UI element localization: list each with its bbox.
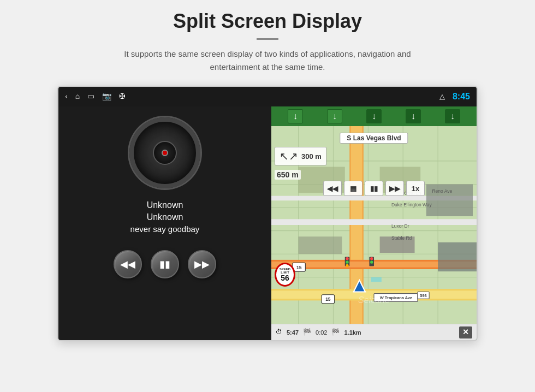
next-icon: ▶▶ bbox=[194, 258, 210, 270]
nav-header: ↓ ↓ ↓ ↓ ↓ bbox=[271, 106, 477, 126]
svg-text:Luxor Dr: Luxor Dr bbox=[391, 223, 409, 229]
svg-point-43 bbox=[346, 264, 348, 267]
turn-distance: 300 m bbox=[301, 152, 322, 161]
nav-eta: 0:02 bbox=[316, 329, 327, 336]
image-icon[interactable]: 📷 bbox=[102, 93, 111, 100]
map-speed-button[interactable]: 1x bbox=[406, 181, 425, 196]
nav-down-arrow-5[interactable]: ↓ bbox=[445, 109, 460, 123]
album-inner bbox=[153, 141, 177, 165]
svg-text:Stable Rd: Stable Rd bbox=[391, 235, 412, 241]
nav-down-arrow-3[interactable]: ↓ bbox=[366, 109, 382, 123]
svg-text:Reno Ave: Reno Ave bbox=[432, 188, 452, 194]
svg-text:593: 593 bbox=[420, 293, 426, 298]
pause-button[interactable]: ▮▮ bbox=[151, 250, 179, 278]
nav-down-arrow-1[interactable]: ↓ bbox=[288, 109, 303, 123]
track-artist: Unknown bbox=[147, 212, 183, 222]
svg-point-42 bbox=[346, 260, 348, 263]
usb-icon[interactable]: ✠ bbox=[119, 93, 126, 100]
music-panel: Unknown Unknown never say goodbay ◀◀ ▮▮ … bbox=[58, 106, 271, 340]
distance-650: 650 m bbox=[275, 170, 301, 180]
split-content: Unknown Unknown never say goodbay ◀◀ ▮▮ … bbox=[58, 106, 477, 340]
svg-text:15: 15 bbox=[296, 265, 302, 270]
track-title: Unknown bbox=[147, 200, 183, 210]
device-frame: ‹ ⌂ ▭ 📷 ✠ △ 8:45 Unknown Unknown never s… bbox=[57, 86, 478, 341]
map-next-button[interactable]: ▶▶ bbox=[385, 181, 404, 196]
nav-bottom-bar: ⏱ 5:47 🏁 0:02 🏁 1.1km ✕ bbox=[271, 324, 477, 340]
svg-point-41 bbox=[346, 257, 348, 260]
clock-icon: ⏱ bbox=[276, 328, 282, 336]
speed-limit-sign: SPEEDLIMIT 56 bbox=[275, 263, 295, 287]
map-grid-button[interactable]: ▦ bbox=[344, 181, 362, 196]
status-bar: ‹ ⌂ ▭ 📷 ✠ △ 8:45 bbox=[58, 87, 477, 106]
svg-rect-47 bbox=[371, 277, 382, 282]
svg-text:15: 15 bbox=[325, 296, 331, 302]
track-song: never say goodbay bbox=[130, 224, 200, 234]
svg-point-46 bbox=[370, 260, 373, 263]
map-prev-button[interactable]: ◀◀ bbox=[323, 181, 342, 196]
album-center-dot bbox=[162, 150, 168, 156]
map-pause-button[interactable]: ▮▮ bbox=[365, 181, 383, 196]
page-title: Split Screen Display bbox=[173, 10, 362, 33]
album-art bbox=[129, 117, 200, 188]
road-label: S Las Vegas Blvd bbox=[340, 133, 408, 144]
svg-text:Duke Ellington Way: Duke Ellington Way bbox=[391, 202, 432, 207]
prev-icon: ◀◀ bbox=[120, 258, 135, 270]
home-icon[interactable]: ⌂ bbox=[75, 93, 80, 100]
flag-icon: 🏁 bbox=[303, 328, 311, 336]
svg-rect-18 bbox=[271, 219, 477, 225]
turn-instruction: ↖↗ 300 m bbox=[275, 147, 326, 165]
map-overlay-controls: ◀◀ ▦ ▮▮ ▶▶ 1x bbox=[323, 181, 425, 196]
back-icon[interactable]: ‹ bbox=[65, 93, 68, 100]
svg-point-45 bbox=[370, 257, 373, 260]
next-button[interactable]: ▶▶ bbox=[188, 250, 216, 278]
window-icon[interactable]: ▭ bbox=[87, 93, 94, 100]
status-time: 8:45 bbox=[453, 92, 470, 102]
music-controls: ◀◀ ▮▮ ▶▶ bbox=[114, 250, 216, 278]
turn-arrow-icon: ↖↗ bbox=[280, 150, 298, 163]
triangle-icon: △ bbox=[439, 92, 445, 101]
page-wrapper: Split Screen Display It supports the sam… bbox=[0, 0, 535, 392]
svg-rect-23 bbox=[299, 236, 342, 254]
prev-button[interactable]: ◀◀ bbox=[114, 250, 142, 278]
nav-panel: ↓ ↓ ↓ ↓ ↓ bbox=[271, 106, 477, 340]
nav-time: 5:47 bbox=[287, 329, 299, 336]
svg-rect-25 bbox=[438, 242, 477, 271]
pause-icon: ▮▮ bbox=[159, 258, 170, 270]
page-subtitle: It supports the same screen display of t… bbox=[115, 47, 420, 74]
svg-text:W Tropicana Ave: W Tropicana Ave bbox=[380, 295, 412, 300]
map-area: 15 15 W Tropicana Ave 593 Koval Ln Duke … bbox=[271, 126, 477, 324]
flag2-icon: 🏁 bbox=[331, 328, 340, 336]
nav-close-button[interactable]: ✕ bbox=[459, 326, 472, 338]
title-divider bbox=[257, 38, 278, 40]
nav-distance: 1.1km bbox=[344, 329, 361, 336]
nav-down-arrow-4[interactable]: ↓ bbox=[406, 109, 421, 123]
nav-down-arrow-2[interactable]: ↓ bbox=[327, 109, 342, 123]
